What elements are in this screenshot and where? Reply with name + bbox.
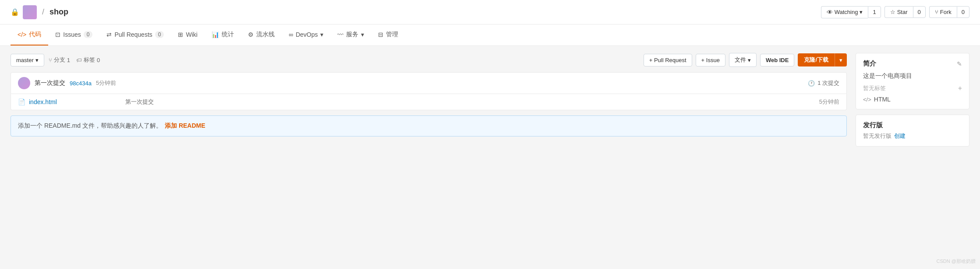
star-button[interactable]: ☆ Star [884,6,913,18]
eye-icon: 👁 [827,9,833,16]
release-info: 暂无发行版 创建 [863,132,962,140]
services-chevron [361,31,364,38]
manage-icon: ⊟ [378,31,383,38]
clone-label: 克隆/下载 [804,56,828,64]
sidebar-intro-header: 简介 ✎ [863,59,962,68]
tab-services[interactable]: 〰 服务 [330,24,371,45]
branch-count-item: ⑂ 分支 1 [49,56,70,64]
tab-stats[interactable]: 📊 统计 [205,24,241,45]
file-button[interactable]: 文件 [729,53,757,67]
tab-services-label: 服务 [346,31,358,38]
tab-manage[interactable]: ⊟ 管理 [371,24,405,45]
web-ide-label: Web IDE [766,57,789,63]
issue-button-label: + Issue [701,57,720,63]
branch-count: 1 [67,57,70,63]
tag-count-item: 🏷 标签 0 [76,56,100,64]
sidebar-intro-section: 简介 ✎ 这是一个电商项目 暂无标签 + </> HTML [856,53,969,109]
fork-icon: ⑂ [935,9,938,15]
tab-pipeline[interactable]: ⚙ 流水线 [241,24,282,45]
clone-chevron [839,57,842,63]
header-right: 👁 Watching 1 ☆ Star 0 ⑂ Fork 0 [821,6,969,18]
stats-icon: 📊 [212,31,219,38]
fork-group: ⑂ Fork 0 [929,6,969,18]
tab-pullrequests[interactable]: ⇄ Pull Requests 0 [99,25,171,45]
file-name[interactable]: index.html [29,98,117,105]
pr-icon: ⇄ [106,31,112,38]
watching-count: 1 [868,6,881,18]
committer-avatar [18,77,30,89]
issue-button[interactable]: + Issue [696,54,725,66]
pr-button-label: + Pull Request [649,57,686,63]
watching-button[interactable]: 👁 Watching [821,6,868,18]
toolbar-right: + Pull Request + Issue 文件 Web IDE 克隆/下载 [644,53,847,67]
wiki-icon: ⊞ [178,31,183,38]
watching-label: Watching [835,9,858,15]
fork-button[interactable]: ⑂ Fork [929,6,957,18]
commit-count: 🕐 1 次提交 [808,79,839,87]
repo-separator: / [42,7,44,17]
tab-pipeline-label: 流水线 [256,31,275,38]
tab-devops-label: DevOps [296,31,318,38]
clone-dropdown-button[interactable] [835,53,847,66]
devops-icon: ∞ [289,31,293,38]
tag-count-label: 标签 [84,56,95,64]
branch-chevron [35,57,39,63]
content-area: master ⑂ 分支 1 🏷 标签 0 + Pull Request [11,53,847,152]
branch-count-label: 分支 [54,56,65,64]
create-release-link[interactable]: 创建 [894,132,906,140]
nav-tabs: </> 代码 ⊡ Issues 0 ⇄ Pull Requests 0 ⊞ Wi… [0,24,980,46]
tab-devops[interactable]: ∞ DevOps [282,25,331,45]
watching-group: 👁 Watching 1 [821,6,881,18]
edit-icon[interactable]: ✎ [957,60,962,67]
devops-chevron [320,31,323,38]
sidebar: 简介 ✎ 这是一个电商项目 暂无标签 + </> HTML 发行版 暂无发行版 … [856,53,969,152]
add-readme-link[interactable]: 添加 README [165,122,205,130]
commit-count-icon: 🕐 [808,80,815,87]
pipeline-icon: ⚙ [248,31,254,38]
pull-request-button[interactable]: + Pull Request [644,54,692,66]
star-count: 0 [913,6,926,18]
file-button-label: 文件 [735,56,746,64]
repo-name: shop [50,7,68,17]
add-tag-icon[interactable]: + [958,84,962,92]
star-label: Star [897,9,908,15]
file-chevron [748,57,751,63]
tab-code[interactable]: </> 代码 [11,24,48,45]
branch-fork-icon: ⑂ [49,57,52,63]
commit-time: 5分钟前 [96,79,116,87]
branch-meta: ⑂ 分支 1 🏷 标签 0 [49,56,100,64]
file-type-icon: 📄 [18,98,25,105]
commit-hash[interactable]: 98c434a [70,80,92,87]
clone-button[interactable]: 克隆/下载 [798,53,835,66]
branch-selector[interactable]: master [11,54,44,66]
sidebar-tag-row: 暂无标签 + [863,84,962,92]
services-icon: 〰 [337,31,343,38]
file-table: 📄 index.html 第一次提交 5分钟前 [11,94,847,110]
no-release-label: 暂无发行版 [863,132,892,140]
code-icon: </> [18,31,26,38]
chevron-down-icon [860,9,863,15]
lock-icon: 🔒 [11,8,19,16]
fork-label: Fork [940,9,952,15]
web-ide-button[interactable]: Web IDE [760,54,795,66]
sidebar-lang: </> HTML [863,96,962,103]
tab-issues[interactable]: ⊡ Issues 0 [48,25,99,45]
star-group: ☆ Star 0 [884,6,926,18]
commit-count-value: 1 次提交 [817,79,839,87]
star-icon: ☆ [890,9,895,15]
repo-avatar [23,5,37,19]
sidebar-intro-title: 简介 [863,59,876,68]
issues-badge: 0 [84,31,93,38]
file-time: 5分钟前 [819,98,839,106]
commit-bar: 第一次提交 98c434a 5分钟前 🕐 1 次提交 [11,72,847,94]
lang-label: HTML [874,96,891,103]
tab-wiki[interactable]: ⊞ Wiki [171,25,204,45]
code-lang-icon: </> [863,96,871,103]
tab-code-label: 代码 [29,31,41,38]
header-left: 🔒 / shop [11,5,68,19]
commit-message: 第一次提交 [35,79,65,87]
release-title: 发行版 [863,121,962,129]
no-tag-label: 暂无标签 [863,84,886,92]
tab-stats-label: 统计 [222,31,234,38]
table-row: 📄 index.html 第一次提交 5分钟前 [11,94,846,110]
